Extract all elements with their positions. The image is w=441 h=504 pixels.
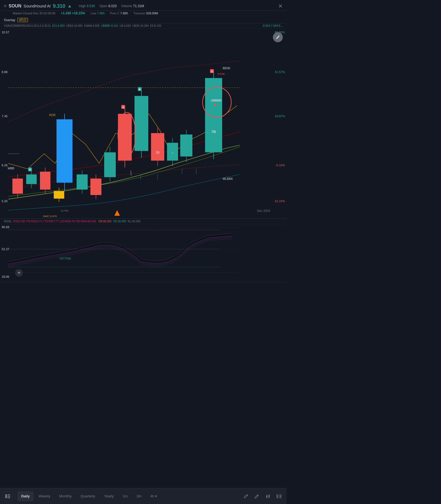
svg-point-71	[140, 130, 142, 133]
svg-rect-12	[40, 172, 50, 190]
evks-value: EVKS:7.659 E...	[263, 24, 283, 27]
pencil-button[interactable]	[252, 491, 262, 501]
svg-rect-15	[54, 191, 64, 199]
lb-value: LB:4.528	[120, 24, 131, 27]
tab-4h[interactable]: 4h ▾	[146, 491, 161, 501]
svg-rect-33	[135, 96, 148, 151]
svg-text:B: B	[139, 88, 141, 91]
svg-rect-96	[280, 495, 281, 496]
svg-text:7B: 7B	[211, 130, 216, 134]
price-label-626: 6.26	[2, 164, 7, 167]
rsi-ob-label: OB:80.000 OS:20.000 RL:50.000	[98, 220, 141, 223]
overlay-bar: Overlay APLD	[0, 17, 287, 23]
price-change: +1.430 +18.15%	[61, 11, 85, 15]
svg-rect-24	[90, 178, 101, 195]
chart-svg: S S B B 7B 3B 1 9.530 RDR MBB SWC:5.970 …	[0, 28, 287, 218]
svg-text:MBB: MBB	[8, 167, 14, 170]
prevc-stat: Prev C 7.880	[110, 12, 128, 15]
sidebar-toggle-button[interactable]	[3, 491, 13, 501]
market-status: Market Closed Nov 30 02:00:00	[13, 12, 55, 15]
pct-label-2: 41.57%	[275, 70, 285, 74]
header: ≡ SOUN SoundHound AI 9.310 ▲ High 9.530 …	[0, 0, 287, 11]
overlay-label: Overlay	[4, 18, 15, 22]
rsi-chart: 86.68 52.37 18.06 YI2*7X50	[0, 224, 287, 279]
price-arrow-icon: ▲	[68, 4, 72, 9]
svg-rect-98	[280, 497, 281, 498]
svg-rect-89	[266, 495, 267, 498]
svg-rect-85	[5, 494, 7, 498]
svg-rect-87	[7, 496, 10, 497]
price-label-888: 8.88	[2, 70, 7, 74]
svg-rect-18	[57, 119, 72, 183]
add-indicator-button[interactable]: +	[15, 269, 23, 277]
header-row2: Market Closed Nov 30 02:00:00 +1.430 +18…	[0, 11, 287, 17]
ubbbk-value: UBBBK:9.141	[101, 24, 118, 27]
tab-3m[interactable]: 3m	[133, 491, 145, 501]
close-button[interactable]: ✕	[278, 3, 283, 9]
settings-button[interactable]	[274, 491, 284, 501]
ub3k-value: UB3K:10.294	[132, 24, 149, 27]
tab-weekly[interactable]: Weekly	[35, 491, 54, 501]
price-label-525: 5.25	[2, 199, 7, 203]
ticker-symbol: SOUN	[9, 4, 21, 9]
rsi-header: RSISL RSI21:68.776 RSI13:71.773 RSI7:77.…	[0, 219, 287, 224]
svg-point-62	[214, 104, 216, 106]
rsi-bot-level: 18.06	[2, 275, 9, 278]
svg-text:YI2*7X50: YI2*7X50	[59, 257, 71, 260]
draw-mode-button[interactable]	[241, 491, 251, 501]
ticker-name: SoundHound AI	[24, 4, 51, 8]
svg-text:╱: ╱	[129, 170, 134, 176]
svg-rect-92	[268, 495, 270, 497]
high-stat: High 9.530	[79, 4, 95, 8]
svg-rect-95	[277, 495, 278, 496]
ub5x-value: UB5X:10.665	[66, 24, 83, 27]
svg-text:1: 1	[172, 151, 173, 154]
svg-marker-70	[114, 210, 120, 216]
svg-rect-27	[104, 152, 116, 177]
tab-monthly[interactable]: Monthly	[55, 491, 76, 501]
edit-button[interactable]	[273, 32, 283, 42]
svg-text:SWC:5.970: SWC:5.970	[43, 215, 57, 218]
svg-rect-21	[77, 174, 88, 190]
tab-yearly[interactable]: Yearly	[100, 491, 118, 501]
tab-daily[interactable]: Daily	[17, 491, 34, 501]
svg-rect-86	[7, 494, 10, 495]
tab-1m[interactable]: 1m	[119, 491, 131, 501]
open-stat: Open 8.020	[100, 4, 117, 8]
bottom-toolbar: Daily Weekly Monthly Quarterly Yearly 1m…	[0, 488, 287, 504]
rsi-panel: RSISL RSI21:68.776 RSI13:71.773 RSI7:77.…	[0, 219, 287, 282]
overlay-badge[interactable]: APLD	[17, 18, 28, 22]
svg-rect-42	[180, 134, 192, 156]
volume-stat: Volume 71.31M	[121, 4, 144, 8]
svg-rect-45	[205, 78, 222, 153]
kama-value: KAMA:6.835	[84, 24, 100, 27]
svg-text:RDR: RDR	[49, 113, 56, 117]
header-stats: High 9.530 Open 8.020 Volume 71.31M	[79, 4, 144, 8]
header-left: ≡ SOUN SoundHound AI 9.310 ▲	[4, 3, 72, 9]
indicator-bar: VSAVE3888RDR(200.0,30.0,2.0,30.0) E21:6.…	[0, 23, 287, 28]
e21-value: E21:6.993	[52, 24, 65, 27]
indicator-name: VSAVE3888RDR(200.0,30.0,2.0,30.0)	[4, 24, 50, 27]
candlestick-type-button[interactable]	[263, 491, 273, 501]
svg-text:9.530: 9.530	[218, 72, 225, 75]
svg-rect-36	[151, 133, 164, 161]
rsi-title: RSISL	[4, 220, 12, 223]
svg-text:UBBBK: UBBBK	[211, 99, 222, 102]
rsi-svg: YI2*7X50	[0, 224, 287, 279]
svg-text:S: S	[122, 106, 124, 109]
svg-text:3B: 3B	[156, 151, 160, 154]
low-stat: Low 7.905	[91, 12, 105, 15]
tab-quarterly[interactable]: Quarterly	[77, 491, 99, 501]
price-label-745: 7.45	[2, 114, 7, 118]
turnover-stat: Turnover 639.89M	[133, 12, 158, 15]
pct-label-5: -16.19%	[274, 199, 285, 203]
main-chart[interactable]: 10.57 8.88 7.45 6.26 5.25 68.60% 41.57% …	[0, 28, 287, 219]
pct-label-4: -0.19%	[275, 164, 285, 167]
menu-icon[interactable]: ≡	[4, 4, 6, 9]
svg-rect-9	[26, 174, 37, 184]
svg-text:BB3K: BB3K	[223, 66, 231, 70]
svg-rect-88	[7, 497, 10, 498]
date-label: Dec 2024	[257, 209, 270, 212]
svg-rect-97	[277, 497, 278, 498]
rsi-top-level: 86.68	[2, 225, 9, 229]
